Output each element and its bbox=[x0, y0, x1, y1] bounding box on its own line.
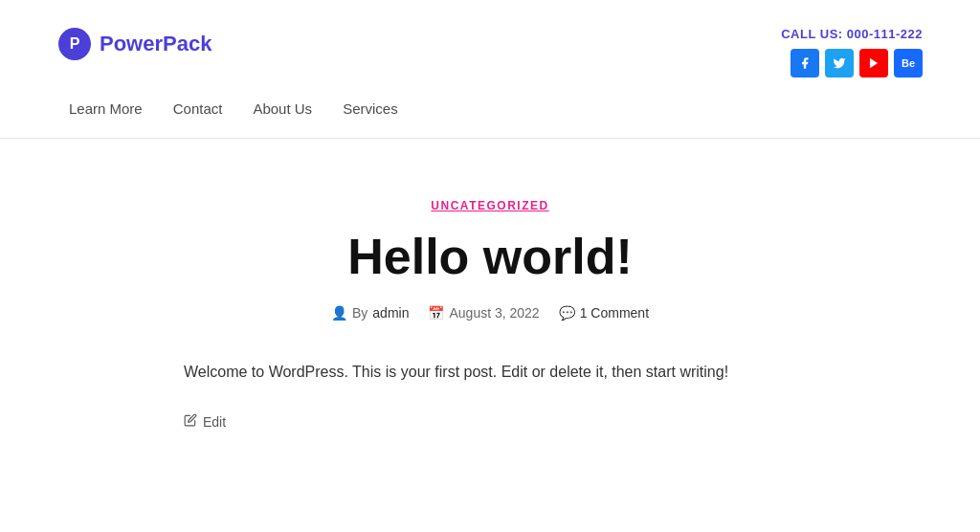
svg-marker-2 bbox=[870, 58, 878, 69]
main-content: UNCATEGORIZED Hello world! 👤 By admin 📅 … bbox=[165, 196, 815, 430]
post-date: August 3, 2022 bbox=[449, 305, 539, 321]
category-tag[interactable]: UNCATEGORIZED bbox=[431, 199, 548, 212]
nav-item-contact[interactable]: Contact bbox=[162, 95, 234, 122]
nav-item-services[interactable]: Services bbox=[331, 95, 410, 122]
date-meta: 📅 August 3, 2022 bbox=[428, 305, 539, 321]
post-meta: 👤 By admin 📅 August 3, 2022 💬 1 Comment bbox=[184, 305, 796, 321]
svg-text:P: P bbox=[70, 35, 80, 52]
site-header: P PowerPack CALL US: 000-111-222 Be bbox=[0, 0, 980, 78]
nav-divider bbox=[0, 138, 980, 139]
author-link[interactable]: admin bbox=[372, 305, 409, 321]
author-prefix: By bbox=[352, 305, 368, 321]
behance-button[interactable]: Be bbox=[894, 49, 923, 78]
edit-icon bbox=[184, 413, 197, 430]
header-right: CALL US: 000-111-222 Be bbox=[781, 27, 923, 78]
comment-icon: 💬 bbox=[559, 305, 575, 321]
edit-label: Edit bbox=[203, 414, 226, 430]
main-nav: Learn More Contact About Us Services bbox=[0, 78, 980, 122]
calendar-icon: 📅 bbox=[428, 305, 444, 321]
edit-link[interactable]: Edit bbox=[184, 413, 796, 430]
post-title: Hello world! bbox=[184, 230, 796, 284]
twitter-button[interactable] bbox=[825, 49, 854, 78]
nav-item-learn-more[interactable]: Learn More bbox=[57, 95, 154, 122]
social-icons-group: Be bbox=[791, 49, 923, 78]
logo[interactable]: P PowerPack bbox=[57, 27, 212, 61]
post-body-text: Welcome to WordPress. This is your first… bbox=[184, 359, 796, 385]
call-us-text: CALL US: 000-111-222 bbox=[781, 27, 923, 41]
post-body: Welcome to WordPress. This is your first… bbox=[184, 359, 796, 385]
youtube-button[interactable] bbox=[859, 49, 888, 78]
facebook-button[interactable] bbox=[791, 49, 819, 78]
user-icon: 👤 bbox=[331, 305, 347, 321]
author-meta: 👤 By admin bbox=[331, 305, 409, 321]
comments-link[interactable]: 1 Comment bbox=[580, 305, 649, 321]
logo-icon: P bbox=[57, 27, 92, 61]
nav-item-about-us[interactable]: About Us bbox=[241, 95, 323, 122]
comments-meta: 💬 1 Comment bbox=[559, 305, 649, 321]
logo-text: PowerPack bbox=[100, 32, 212, 56]
